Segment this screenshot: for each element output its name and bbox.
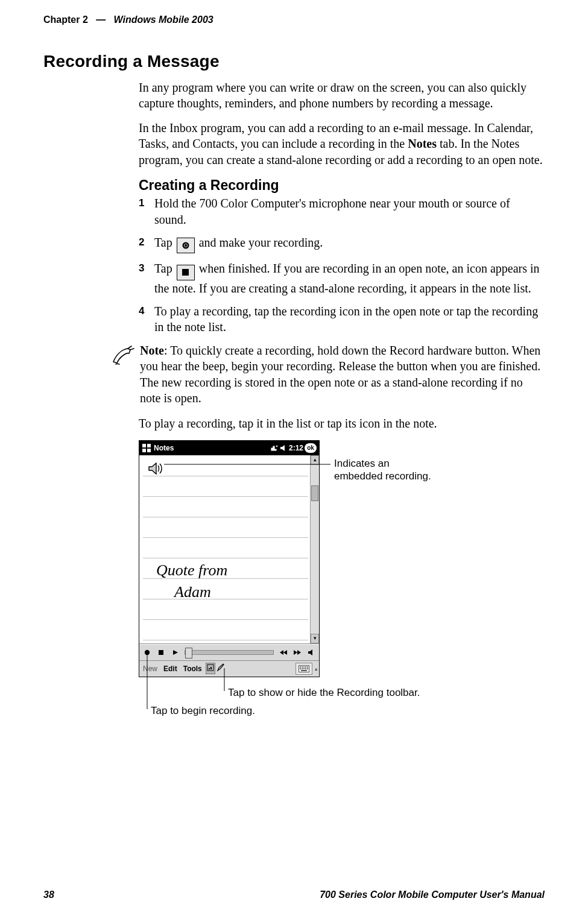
step-number: 2 <box>139 236 144 249</box>
svg-rect-23 <box>301 670 307 671</box>
manual-title: 700 Series Color Mobile Computer User's … <box>320 889 545 900</box>
play-line: To play a recording, tap it in the list … <box>139 415 545 431</box>
step-text-b: and make your recording. <box>199 236 323 249</box>
menu-edit[interactable]: Edit <box>161 665 180 673</box>
menubar: New Edit Tools <box>139 661 319 677</box>
svg-rect-3 <box>142 444 146 447</box>
handwriting-line-2: Adam <box>174 583 211 601</box>
intro-paragraph-1: In any program where you can write or dr… <box>139 80 545 112</box>
header-dash: — <box>90 14 111 25</box>
menu-tools[interactable]: Tools <box>181 665 204 673</box>
callout-text: Indicates an embedded recording. <box>334 458 431 482</box>
svg-rect-21 <box>305 668 306 669</box>
pocketpc-window: Notes 2:12 ok <box>139 440 320 677</box>
page: Chapter 2 — Windows Mobile 2003 Recordin… <box>0 0 588 916</box>
step-text-a: Tap <box>154 236 175 249</box>
content: Recording a Message In any program where… <box>43 52 545 730</box>
scrollbar[interactable]: ▴ ▾ <box>310 455 319 643</box>
figure: Notes 2:12 ok <box>139 440 545 730</box>
play-line-block: To play a recording, tap it in the list … <box>139 415 545 431</box>
rule-line <box>143 640 308 640</box>
record-icon <box>182 241 190 250</box>
svg-rect-17 <box>307 666 308 668</box>
running-footer: 38 700 Series Color Mobile Computer User… <box>43 889 545 900</box>
chapter-title: Windows Mobile 2003 <box>113 14 213 25</box>
svg-rect-4 <box>147 444 151 447</box>
sip-button[interactable] <box>296 663 312 675</box>
stop-button-icon <box>177 265 195 280</box>
note-canvas[interactable]: Quote from Adam ▴ ▾ <box>139 455 319 644</box>
svg-rect-16 <box>305 666 306 668</box>
volume-button[interactable] <box>305 646 318 659</box>
step-text-b: when finished. If you are recording in a… <box>154 262 540 295</box>
step-text: Hold the 700 Color Computer's microphone… <box>154 197 510 226</box>
rule-line <box>143 619 308 620</box>
pen-button[interactable] <box>217 663 225 674</box>
step-2: 2 Tap and make your recording. <box>139 235 545 253</box>
callout-begin: Tap to begin recording. <box>151 704 255 717</box>
ok-button[interactable]: ok <box>305 443 317 453</box>
svg-rect-11 <box>210 667 212 669</box>
step-number: 1 <box>139 197 144 210</box>
stop-icon <box>182 269 189 276</box>
app-title: Notes <box>154 444 267 452</box>
connectivity-icon[interactable] <box>270 444 278 452</box>
steps-list: 1 Hold the 700 Color Computer's micropho… <box>139 195 545 335</box>
chapter-number: Chapter 2 <box>43 14 88 25</box>
svg-rect-10 <box>209 668 210 669</box>
recording-toolbar <box>139 644 319 661</box>
rule-line <box>143 517 308 517</box>
svg-rect-6 <box>147 449 151 452</box>
svg-rect-13 <box>300 666 301 668</box>
note-body: : To quickly create a recording, hold do… <box>140 344 540 405</box>
volume-icon[interactable] <box>279 444 288 452</box>
step-number: 4 <box>139 305 144 318</box>
play-button[interactable] <box>168 646 182 659</box>
slider-knob[interactable] <box>185 648 192 659</box>
note-block: Note: To quickly create a recording, hol… <box>43 343 545 406</box>
scroll-thumb[interactable] <box>311 485 318 501</box>
rule-line <box>143 537 308 538</box>
step-number: 3 <box>139 262 144 275</box>
callout-text: Tap to begin recording. <box>151 705 255 716</box>
svg-rect-8 <box>159 650 163 655</box>
svg-rect-14 <box>302 666 303 668</box>
note-label: Note <box>140 344 164 357</box>
note-hand-icon <box>110 344 135 371</box>
stop-button[interactable] <box>154 646 168 659</box>
callout-text: Tap to show or hide the Recording toolba… <box>228 687 420 698</box>
fastforward-button[interactable] <box>291 646 304 659</box>
svg-rect-5 <box>142 449 146 452</box>
menu-new[interactable]: New <box>141 665 160 673</box>
running-header: Chapter 2 — Windows Mobile 2003 <box>43 14 545 25</box>
callout-embedded: Indicates an embedded recording. <box>334 457 437 483</box>
rule-line <box>143 496 308 497</box>
svg-rect-15 <box>303 666 305 668</box>
rule-line <box>143 599 308 599</box>
body: In any program where you can write or dr… <box>139 80 545 335</box>
clock: 2:12 <box>289 444 303 452</box>
record-button-icon <box>177 238 195 253</box>
step-1: 1 Hold the 700 Color Computer's micropho… <box>139 195 545 227</box>
svg-rect-18 <box>300 668 301 669</box>
subsection-heading: Creating a Recording <box>139 176 545 194</box>
note-text: Note: To quickly create a recording, hol… <box>140 343 545 406</box>
step-4: 4 To play a recording, tap the recording… <box>139 303 545 335</box>
step-text: To play a recording, tap the recording i… <box>154 305 538 333</box>
intro-paragraph-2: In the Inbox program, you can add a reco… <box>139 120 545 168</box>
start-icon[interactable] <box>142 443 151 453</box>
sip-arrow-icon[interactable]: ▴ <box>314 666 318 672</box>
embedded-recording-icon[interactable] <box>143 458 160 475</box>
svg-rect-19 <box>302 668 303 669</box>
step-text-a: Tap <box>154 262 175 275</box>
scroll-up-button[interactable]: ▴ <box>311 455 319 465</box>
svg-rect-20 <box>303 668 305 669</box>
scroll-down-button[interactable]: ▾ <box>311 634 319 643</box>
toggle-recording-toolbar-button[interactable] <box>206 663 215 674</box>
progress-slider[interactable] <box>185 650 274 655</box>
rule-line <box>143 558 308 558</box>
rewind-button[interactable] <box>277 646 290 659</box>
svg-point-2 <box>185 244 187 247</box>
record-button[interactable] <box>141 646 154 659</box>
handwriting-line-1: Quote from <box>156 561 227 580</box>
